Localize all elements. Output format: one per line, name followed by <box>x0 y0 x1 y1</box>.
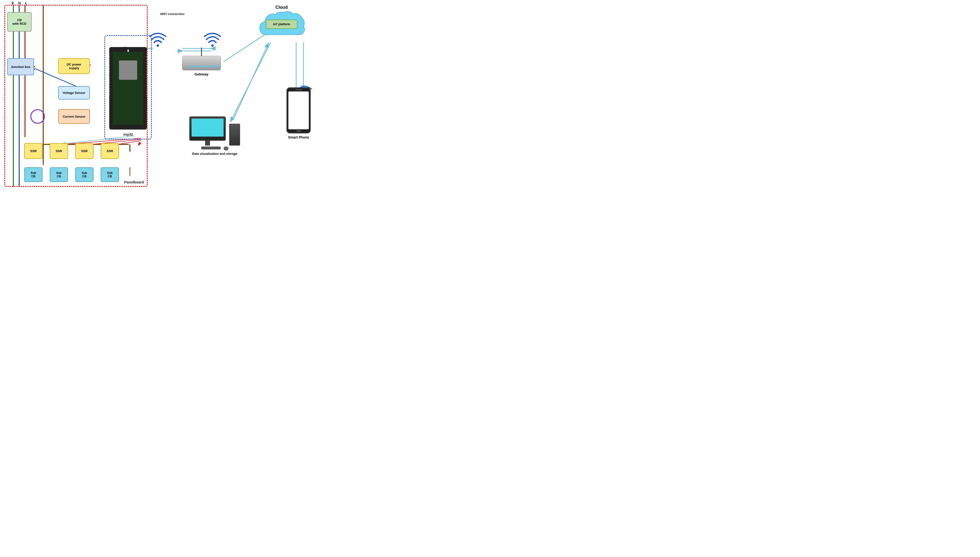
desktop-label: Data visualization and storage <box>189 152 240 155</box>
junction-box: Junction box <box>7 58 34 75</box>
smartphone-home-button <box>296 130 301 132</box>
subcb-2: SubCB <box>50 168 68 182</box>
desktop-tower <box>229 124 240 145</box>
wire-E-label: E <box>11 1 14 5</box>
svg-line-36 <box>230 42 271 121</box>
esp32-board <box>113 52 143 125</box>
esp32-label: esp32 <box>123 132 133 136</box>
diagram-container: E N L Panelboard CBwith RCD Junction box… <box>0 0 340 194</box>
desktop-monitor <box>189 116 226 145</box>
current-sensor: Current Sensor <box>58 109 90 124</box>
cloud-area: Cloud IoT platform <box>255 5 308 39</box>
subcb-4: SubCB <box>101 168 119 182</box>
wifi-symbol-left <box>149 31 166 48</box>
smartphone-label: Smart Phone <box>286 135 311 139</box>
panelboard-label: Panelboard <box>124 180 144 184</box>
dc-power-supply: DC powersupply <box>58 58 90 74</box>
iot-platform-label: IoT platform <box>273 23 290 26</box>
gateway-label: Gateway <box>182 72 221 76</box>
ssr-row: SSR SSR SSR SSR <box>24 143 119 159</box>
desktop-stand <box>205 141 210 145</box>
cb-rcd-box: CBwith RCD <box>7 12 31 31</box>
desktop-mouse <box>224 147 229 150</box>
gateway-device <box>182 56 221 70</box>
desktop-screen <box>191 119 224 137</box>
ssr-4: SSR <box>101 143 119 159</box>
smartphone-speaker <box>295 89 302 90</box>
wire-L-label: L <box>25 1 27 5</box>
ssr-3: SSR <box>75 143 93 159</box>
smartphone-device <box>286 87 311 134</box>
gateway-area: Gateway <box>182 56 221 76</box>
wire-N-label: N <box>18 1 21 5</box>
dc-power-label: DC powersupply <box>67 63 82 70</box>
esp32-pins-left <box>109 53 110 95</box>
esp32-chip <box>109 47 147 130</box>
desktop-keyboard <box>201 147 220 150</box>
svg-line-39 <box>233 44 268 120</box>
voltage-sensor-label: Voltage Sensor <box>63 91 85 94</box>
current-sensor-loop <box>30 109 45 124</box>
desktop-area: Data visualization and storage <box>189 116 240 155</box>
gateway-lights <box>189 66 219 67</box>
wifi-symbol-right <box>204 31 221 48</box>
ssr-2: SSR <box>50 143 68 159</box>
cb-rcd-label: CBwith RCD <box>12 18 26 26</box>
junction-box-label: Junction box <box>11 65 31 68</box>
esp32-pins-right <box>146 53 147 95</box>
svg-point-40 <box>157 44 159 47</box>
cloud-label: Cloud <box>255 5 308 10</box>
wifi-connection-label: WiFi connection <box>160 12 185 16</box>
subcb-1: SubCB <box>24 168 42 182</box>
iot-platform-box: IoT platform <box>266 20 297 29</box>
voltage-sensor: Voltage Sensor <box>58 86 90 99</box>
cloud-shape: IoT platform <box>255 10 308 39</box>
smartphone-screen <box>288 91 309 129</box>
svg-point-41 <box>211 44 214 47</box>
subcb-3: SubCB <box>75 168 93 182</box>
smartphone-area: Smart Phone <box>286 87 311 139</box>
esp32-module <box>119 60 137 80</box>
current-sensor-label: Current Sensor <box>63 115 86 118</box>
wire-labels: E N L <box>11 1 27 5</box>
ssr-1: SSR <box>24 143 42 159</box>
subcb-row: SubCB SubCB SubCB SubCB <box>24 168 119 182</box>
esp32-enclosure: esp32 <box>105 35 152 140</box>
gateway-antenna <box>201 47 202 56</box>
